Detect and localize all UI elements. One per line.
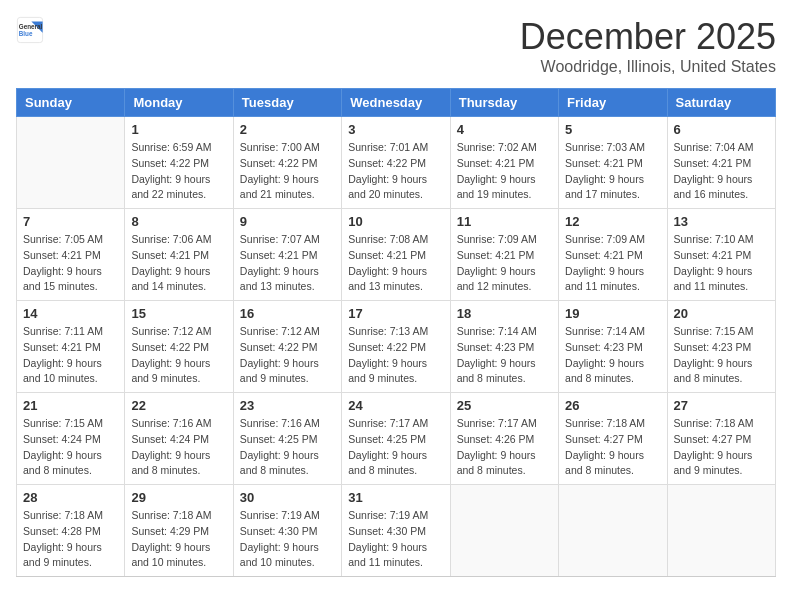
calendar-cell: 20Sunrise: 7:15 AMSunset: 4:23 PMDayligh… xyxy=(667,301,775,393)
calendar-week-row: 7Sunrise: 7:05 AMSunset: 4:21 PMDaylight… xyxy=(17,209,776,301)
day-info: Sunrise: 7:16 AMSunset: 4:25 PMDaylight:… xyxy=(240,416,335,479)
day-number: 7 xyxy=(23,214,118,229)
logo: General Blue xyxy=(16,16,44,44)
day-number: 31 xyxy=(348,490,443,505)
day-number: 5 xyxy=(565,122,660,137)
day-number: 23 xyxy=(240,398,335,413)
day-number: 24 xyxy=(348,398,443,413)
calendar-cell: 11Sunrise: 7:09 AMSunset: 4:21 PMDayligh… xyxy=(450,209,558,301)
calendar-header-row: SundayMondayTuesdayWednesdayThursdayFrid… xyxy=(17,89,776,117)
calendar-cell xyxy=(17,117,125,209)
day-number: 13 xyxy=(674,214,769,229)
location-title: Woodridge, Illinois, United States xyxy=(520,58,776,76)
day-number: 1 xyxy=(131,122,226,137)
day-info: Sunrise: 7:00 AMSunset: 4:22 PMDaylight:… xyxy=(240,140,335,203)
day-number: 4 xyxy=(457,122,552,137)
day-info: Sunrise: 7:16 AMSunset: 4:24 PMDaylight:… xyxy=(131,416,226,479)
day-number: 6 xyxy=(674,122,769,137)
col-header-monday: Monday xyxy=(125,89,233,117)
calendar-cell: 6Sunrise: 7:04 AMSunset: 4:21 PMDaylight… xyxy=(667,117,775,209)
day-info: Sunrise: 7:17 AMSunset: 4:26 PMDaylight:… xyxy=(457,416,552,479)
day-info: Sunrise: 7:01 AMSunset: 4:22 PMDaylight:… xyxy=(348,140,443,203)
calendar-cell: 25Sunrise: 7:17 AMSunset: 4:26 PMDayligh… xyxy=(450,393,558,485)
day-number: 21 xyxy=(23,398,118,413)
svg-text:General: General xyxy=(19,23,43,30)
calendar-cell: 10Sunrise: 7:08 AMSunset: 4:21 PMDayligh… xyxy=(342,209,450,301)
svg-text:Blue: Blue xyxy=(19,30,33,37)
calendar-cell xyxy=(559,485,667,577)
calendar-cell xyxy=(450,485,558,577)
calendar-table: SundayMondayTuesdayWednesdayThursdayFrid… xyxy=(16,88,776,577)
calendar-cell: 9Sunrise: 7:07 AMSunset: 4:21 PMDaylight… xyxy=(233,209,341,301)
calendar-cell: 8Sunrise: 7:06 AMSunset: 4:21 PMDaylight… xyxy=(125,209,233,301)
day-info: Sunrise: 7:08 AMSunset: 4:21 PMDaylight:… xyxy=(348,232,443,295)
day-number: 29 xyxy=(131,490,226,505)
logo-icon: General Blue xyxy=(16,16,44,44)
day-info: Sunrise: 7:03 AMSunset: 4:21 PMDaylight:… xyxy=(565,140,660,203)
day-info: Sunrise: 7:18 AMSunset: 4:28 PMDaylight:… xyxy=(23,508,118,571)
day-info: Sunrise: 7:19 AMSunset: 4:30 PMDaylight:… xyxy=(348,508,443,571)
day-info: Sunrise: 7:15 AMSunset: 4:23 PMDaylight:… xyxy=(674,324,769,387)
calendar-week-row: 14Sunrise: 7:11 AMSunset: 4:21 PMDayligh… xyxy=(17,301,776,393)
day-info: Sunrise: 6:59 AMSunset: 4:22 PMDaylight:… xyxy=(131,140,226,203)
col-header-friday: Friday xyxy=(559,89,667,117)
day-info: Sunrise: 7:07 AMSunset: 4:21 PMDaylight:… xyxy=(240,232,335,295)
day-number: 15 xyxy=(131,306,226,321)
day-info: Sunrise: 7:09 AMSunset: 4:21 PMDaylight:… xyxy=(565,232,660,295)
day-number: 10 xyxy=(348,214,443,229)
day-info: Sunrise: 7:02 AMSunset: 4:21 PMDaylight:… xyxy=(457,140,552,203)
calendar-week-row: 21Sunrise: 7:15 AMSunset: 4:24 PMDayligh… xyxy=(17,393,776,485)
calendar-cell: 14Sunrise: 7:11 AMSunset: 4:21 PMDayligh… xyxy=(17,301,125,393)
day-number: 12 xyxy=(565,214,660,229)
day-number: 18 xyxy=(457,306,552,321)
calendar-cell: 23Sunrise: 7:16 AMSunset: 4:25 PMDayligh… xyxy=(233,393,341,485)
col-header-sunday: Sunday xyxy=(17,89,125,117)
day-info: Sunrise: 7:18 AMSunset: 4:29 PMDaylight:… xyxy=(131,508,226,571)
col-header-wednesday: Wednesday xyxy=(342,89,450,117)
col-header-tuesday: Tuesday xyxy=(233,89,341,117)
calendar-cell: 22Sunrise: 7:16 AMSunset: 4:24 PMDayligh… xyxy=(125,393,233,485)
day-info: Sunrise: 7:18 AMSunset: 4:27 PMDaylight:… xyxy=(674,416,769,479)
day-info: Sunrise: 7:17 AMSunset: 4:25 PMDaylight:… xyxy=(348,416,443,479)
calendar-cell: 30Sunrise: 7:19 AMSunset: 4:30 PMDayligh… xyxy=(233,485,341,577)
calendar-cell: 5Sunrise: 7:03 AMSunset: 4:21 PMDaylight… xyxy=(559,117,667,209)
calendar-cell: 17Sunrise: 7:13 AMSunset: 4:22 PMDayligh… xyxy=(342,301,450,393)
calendar-cell: 13Sunrise: 7:10 AMSunset: 4:21 PMDayligh… xyxy=(667,209,775,301)
day-number: 14 xyxy=(23,306,118,321)
day-info: Sunrise: 7:15 AMSunset: 4:24 PMDaylight:… xyxy=(23,416,118,479)
day-info: Sunrise: 7:04 AMSunset: 4:21 PMDaylight:… xyxy=(674,140,769,203)
day-info: Sunrise: 7:05 AMSunset: 4:21 PMDaylight:… xyxy=(23,232,118,295)
day-info: Sunrise: 7:10 AMSunset: 4:21 PMDaylight:… xyxy=(674,232,769,295)
col-header-thursday: Thursday xyxy=(450,89,558,117)
calendar-cell: 12Sunrise: 7:09 AMSunset: 4:21 PMDayligh… xyxy=(559,209,667,301)
calendar-cell: 19Sunrise: 7:14 AMSunset: 4:23 PMDayligh… xyxy=(559,301,667,393)
calendar-week-row: 28Sunrise: 7:18 AMSunset: 4:28 PMDayligh… xyxy=(17,485,776,577)
day-info: Sunrise: 7:19 AMSunset: 4:30 PMDaylight:… xyxy=(240,508,335,571)
calendar-cell: 16Sunrise: 7:12 AMSunset: 4:22 PMDayligh… xyxy=(233,301,341,393)
day-number: 20 xyxy=(674,306,769,321)
calendar-cell: 26Sunrise: 7:18 AMSunset: 4:27 PMDayligh… xyxy=(559,393,667,485)
day-number: 16 xyxy=(240,306,335,321)
day-info: Sunrise: 7:09 AMSunset: 4:21 PMDaylight:… xyxy=(457,232,552,295)
title-section: December 2025 Woodridge, Illinois, Unite… xyxy=(520,16,776,76)
calendar-cell: 3Sunrise: 7:01 AMSunset: 4:22 PMDaylight… xyxy=(342,117,450,209)
calendar-cell: 18Sunrise: 7:14 AMSunset: 4:23 PMDayligh… xyxy=(450,301,558,393)
calendar-cell: 27Sunrise: 7:18 AMSunset: 4:27 PMDayligh… xyxy=(667,393,775,485)
day-number: 30 xyxy=(240,490,335,505)
day-number: 25 xyxy=(457,398,552,413)
calendar-cell: 29Sunrise: 7:18 AMSunset: 4:29 PMDayligh… xyxy=(125,485,233,577)
day-info: Sunrise: 7:18 AMSunset: 4:27 PMDaylight:… xyxy=(565,416,660,479)
day-number: 11 xyxy=(457,214,552,229)
col-header-saturday: Saturday xyxy=(667,89,775,117)
day-number: 22 xyxy=(131,398,226,413)
day-info: Sunrise: 7:06 AMSunset: 4:21 PMDaylight:… xyxy=(131,232,226,295)
calendar-week-row: 1Sunrise: 6:59 AMSunset: 4:22 PMDaylight… xyxy=(17,117,776,209)
calendar-cell: 15Sunrise: 7:12 AMSunset: 4:22 PMDayligh… xyxy=(125,301,233,393)
day-info: Sunrise: 7:12 AMSunset: 4:22 PMDaylight:… xyxy=(240,324,335,387)
day-number: 26 xyxy=(565,398,660,413)
calendar-cell: 1Sunrise: 6:59 AMSunset: 4:22 PMDaylight… xyxy=(125,117,233,209)
calendar-cell: 24Sunrise: 7:17 AMSunset: 4:25 PMDayligh… xyxy=(342,393,450,485)
day-number: 17 xyxy=(348,306,443,321)
day-number: 28 xyxy=(23,490,118,505)
calendar-cell: 4Sunrise: 7:02 AMSunset: 4:21 PMDaylight… xyxy=(450,117,558,209)
